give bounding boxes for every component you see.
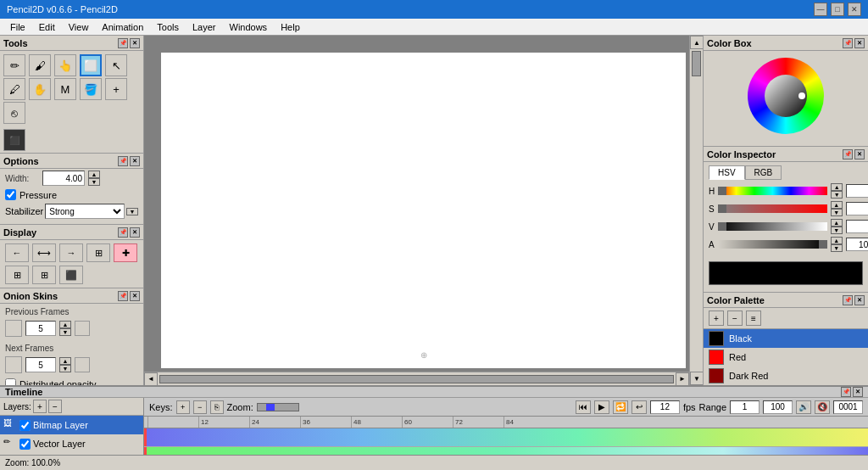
loop-btn[interactable]: 🔁 (613, 400, 628, 414)
zoom-slider-handle[interactable] (266, 404, 275, 411)
menu-tools[interactable]: Tools (150, 20, 186, 34)
scrollbar-track[interactable] (690, 49, 703, 372)
tool-eyedropper[interactable]: + (105, 78, 127, 100)
rewind-btn[interactable]: ⏮ (576, 400, 591, 414)
color-palette-float-btn[interactable]: 📌 (843, 295, 853, 305)
frame-counter[interactable] (833, 400, 863, 414)
sound-btn[interactable]: 🔊 (796, 400, 811, 414)
h-value-input[interactable] (846, 184, 868, 198)
a-down[interactable]: ▼ (831, 244, 843, 252)
menu-windows[interactable]: Windows (223, 20, 275, 34)
tab-hsv[interactable]: HSV (709, 165, 745, 180)
palette-item-red[interactable]: Red (704, 348, 868, 366)
prev-frames-input[interactable] (25, 321, 56, 336)
a-slider[interactable] (718, 240, 827, 249)
play-btn[interactable]: ▶ (594, 400, 609, 414)
scrollbar-up-btn[interactable]: ▲ (690, 36, 703, 49)
disp-grid1[interactable]: ⊞ (86, 243, 110, 262)
loop-mode-btn[interactable]: ↩ (632, 400, 647, 414)
remove-key-btn[interactable]: − (193, 400, 207, 414)
next-frames-input[interactable] (25, 357, 56, 372)
h-down[interactable]: ▼ (831, 191, 843, 199)
v-up[interactable]: ▲ (831, 219, 843, 227)
range-end-input[interactable] (763, 400, 793, 414)
a-value-input[interactable] (846, 238, 868, 251)
drawing-canvas[interactable]: ⊕ (161, 53, 686, 368)
v-slider[interactable] (718, 222, 827, 231)
tool-pen[interactable]: 🖊 (3, 78, 25, 100)
menu-help[interactable]: Help (274, 20, 307, 34)
display-close-btn[interactable]: ✕ (130, 227, 140, 238)
color-box-float-btn[interactable]: 📌 (843, 38, 853, 48)
v-value-input[interactable] (846, 220, 868, 233)
menu-animation[interactable]: Animation (95, 20, 150, 34)
s-slider[interactable] (718, 204, 827, 213)
tools-float-btn[interactable]: 📌 (118, 38, 128, 48)
h-scrollbar-right-btn[interactable]: ► (676, 372, 689, 386)
close-btn[interactable]: ✕ (848, 3, 861, 16)
palette-menu-btn[interactable]: ≡ (746, 311, 761, 326)
timeline-float-btn[interactable]: 📌 (841, 387, 851, 397)
disp-onion-next[interactable]: → (59, 243, 83, 262)
options-float-btn[interactable]: 📌 (118, 156, 128, 166)
width-up[interactable]: ▲ (88, 171, 100, 178)
display-float-btn[interactable]: 📌 (118, 227, 128, 238)
disp-grid2[interactable]: ⊞ (5, 266, 29, 284)
width-input[interactable] (42, 171, 85, 186)
tab-rgb[interactable]: RGB (745, 165, 782, 180)
tool-select[interactable]: ⬜ (80, 54, 102, 76)
pressure-checkbox[interactable] (5, 189, 16, 200)
color-palette-close-btn[interactable]: ✕ (854, 295, 865, 305)
menu-view[interactable]: View (62, 20, 96, 34)
timeline-close-btn[interactable]: ✕ (853, 387, 863, 397)
canvas-area[interactable]: ⊕ ▲ ▼ ◄ ► (144, 36, 703, 385)
next-frames-down[interactable]: ▼ (59, 365, 71, 372)
color-wheel-container[interactable] (704, 51, 868, 141)
onion-close-btn[interactable]: ✕ (130, 291, 140, 301)
scrollbar-down-btn[interactable]: ▼ (690, 372, 703, 385)
color-wheel[interactable] (748, 58, 824, 134)
tool-pencil[interactable]: ✏ (3, 54, 25, 76)
sound-off-btn[interactable]: 🔇 (815, 400, 830, 414)
h-slider[interactable] (718, 187, 827, 195)
disp-onion-both[interactable]: ⟷ (32, 243, 56, 262)
s-up[interactable]: ▲ (831, 201, 843, 209)
color-box-close-btn[interactable]: ✕ (854, 38, 865, 48)
palette-item-dark-red[interactable]: Dark Red (704, 366, 868, 385)
disp-frame[interactable]: ⬛ (59, 266, 83, 284)
color-inspector-float-btn[interactable]: 📌 (843, 149, 853, 159)
palette-item-black[interactable]: Black (704, 329, 868, 348)
prev-frames-up[interactable]: ▲ (59, 321, 71, 328)
tool-brush[interactable]: 🖌 (29, 54, 51, 76)
tool-hand[interactable]: ✋ (29, 78, 51, 100)
palette-remove-btn[interactable]: − (727, 311, 743, 326)
canvas-v-scrollbar[interactable]: ▲ ▼ (689, 36, 703, 385)
menu-layer[interactable]: Layer (186, 20, 223, 34)
tools-close-btn[interactable]: ✕ (130, 38, 140, 48)
range-start-input[interactable] (730, 400, 760, 414)
disp-grid3[interactable]: ⊞ (32, 266, 56, 284)
h-scrollbar-left-btn[interactable]: ◄ (144, 372, 158, 386)
tool-extra[interactable]: ⬛ (3, 129, 25, 151)
layer-vector[interactable]: ✏ Vector Layer (0, 434, 143, 453)
tool-polyline[interactable]: M (54, 78, 76, 100)
next-frames-up[interactable]: ▲ (59, 357, 71, 365)
add-layer-btn[interactable]: + (33, 400, 47, 413)
options-close-btn[interactable]: ✕ (130, 156, 140, 166)
duplicate-key-btn[interactable]: ⎘ (210, 400, 224, 414)
stabilizer-select[interactable]: Strong Medium Weak None (45, 204, 125, 219)
menu-edit[interactable]: Edit (32, 20, 62, 34)
bitmap-track[interactable] (144, 428, 868, 447)
disp-cross[interactable]: ✚ (114, 243, 137, 262)
palette-add-btn[interactable]: + (709, 311, 724, 326)
remove-layer-btn[interactable]: − (48, 400, 62, 413)
s-value-input[interactable] (846, 202, 868, 215)
prev-frames-down[interactable]: ▼ (59, 328, 71, 336)
disp-onion-prev[interactable]: ← (5, 243, 29, 262)
color-wheel-inner[interactable] (765, 75, 807, 117)
maximize-btn[interactable]: □ (831, 3, 844, 16)
fps-input[interactable] (650, 400, 680, 414)
a-up[interactable]: ▲ (831, 237, 843, 244)
add-key-btn[interactable]: + (176, 400, 190, 414)
s-down[interactable]: ▼ (831, 209, 843, 216)
